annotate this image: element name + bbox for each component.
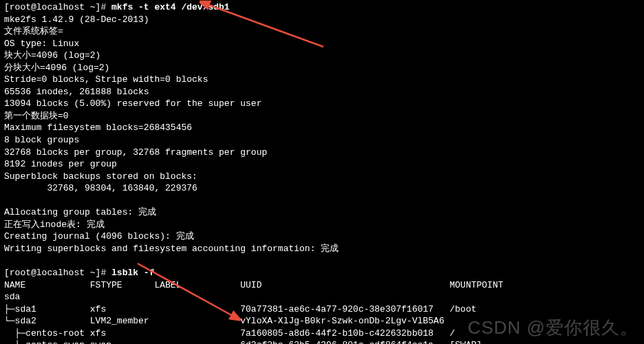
output-line: 65536 inodes, 261888 blocks	[4, 86, 640, 98]
output-line: 8 block groups	[4, 134, 640, 147]
output-line: Allocating group tables: 完成	[4, 206, 640, 219]
command-text: lsblk -f	[111, 268, 154, 278]
lsblk-row: ├─sda1 xfs 70a77381-ae6c-4a77-920c-38e30…	[4, 303, 640, 316]
output-line: 块大小=4096 (log=2)	[4, 50, 640, 62]
output-line: 13094 blocks (5.00%) reserved for the su…	[4, 98, 640, 110]
blank-line	[4, 195, 640, 207]
output-line: 分块大小=4096 (log=2)	[4, 62, 640, 74]
lsblk-row: └─centos-swap swap 6d3cf2be-62b5-4396-80…	[4, 339, 640, 344]
output-line: 32768 blocks per group, 32768 fragments …	[4, 147, 640, 159]
output-line: Stride=0 blocks, Stripe width=0 blocks	[4, 74, 640, 86]
output-line: 文件系统标签=	[4, 25, 640, 38]
lsblk-header: NAME FSTYPE LABEL UUID MOUNTPOINT	[4, 279, 640, 292]
output-line: 32768, 98304, 163840, 229376	[4, 182, 640, 195]
blank-line	[4, 255, 640, 267]
output-line: Creating journal (4096 blocks): 完成	[4, 230, 640, 243]
command-text: mkfs -t ext4 /dev/sdb1	[111, 2, 230, 12]
output-line: Writing superblocks and filesystem accou…	[4, 243, 640, 255]
output-line: 8192 inodes per group	[4, 158, 640, 171]
shell-prompt: [root@localhost ~]#	[4, 268, 111, 278]
shell-prompt: [root@localhost ~]#	[4, 2, 111, 12]
output-line: mke2fs 1.42.9 (28-Dec-2013)	[4, 14, 640, 26]
watermark-text: CSDN @爱你很久。	[468, 316, 638, 340]
prompt-line-2: [root@localhost ~]# lsblk -f	[4, 267, 640, 279]
prompt-line-1: [root@localhost ~]# mkfs -t ext4 /dev/sd…	[4, 1, 640, 14]
output-line: OS type: Linux	[4, 38, 640, 50]
output-line: Superblock backups stored on blocks:	[4, 171, 640, 183]
output-line: Maximum filesystem blocks=268435456	[4, 122, 640, 134]
output-line: 第一个数据块=0	[4, 110, 640, 122]
output-line: 正在写入inode表: 完成	[4, 219, 640, 231]
lsblk-row: sda	[4, 291, 640, 303]
